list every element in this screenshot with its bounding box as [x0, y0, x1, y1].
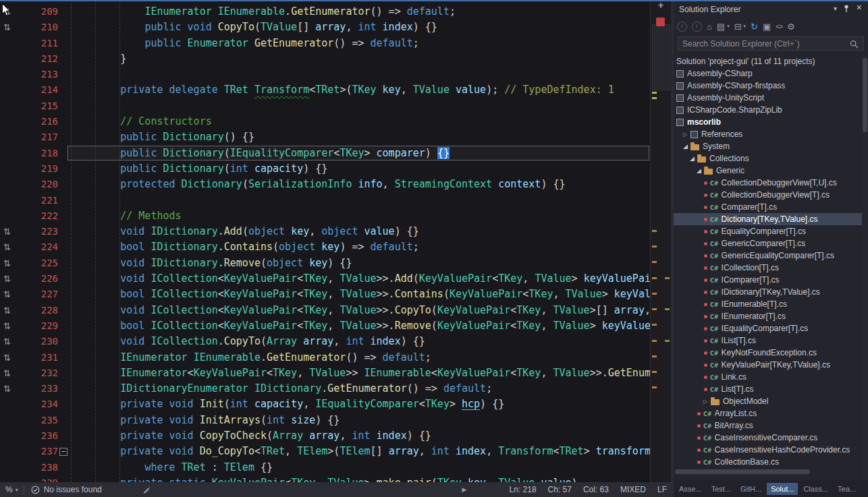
- tree-item[interactable]: CaseInsensitiveComparer.cs: [674, 432, 862, 444]
- search-input[interactable]: [678, 36, 864, 51]
- line-number[interactable]: 221: [12, 193, 58, 208]
- line-number[interactable]: 211: [12, 36, 58, 51]
- code-line[interactable]: 237− private void Do_CopyTo<TRet, TElem>…: [0, 444, 650, 459]
- line-number[interactable]: 235: [12, 413, 58, 428]
- code-line[interactable]: ⇅225 void IDictionary.Remove(object key)…: [0, 256, 650, 271]
- tree-item[interactable]: Assembly-UnityScript: [674, 92, 862, 104]
- tree-item[interactable]: GenericEqualityComparer[T].cs: [674, 250, 862, 262]
- line-number[interactable]: 236: [12, 428, 58, 444]
- tree-item[interactable]: mscorlib: [674, 116, 862, 128]
- tree-item[interactable]: Solution 'project-gui' (11 of 11 project…: [674, 55, 862, 67]
- code-line[interactable]: 239 private static KeyValuePair<TKey, TV…: [0, 475, 650, 482]
- code-line[interactable]: ⇅233 IDictionaryEnumerator IDictionary.G…: [0, 381, 650, 397]
- code-line[interactable]: 218 public Dictionary(IEqualityComparer<…: [0, 146, 650, 161]
- code-line[interactable]: 234 private void Init(int capacity, IEqu…: [0, 397, 650, 412]
- code-editor[interactable]: ⇅209 IEnumerator IEnumerable.GetEnumerat…: [0, 0, 650, 482]
- tree-item[interactable]: CollectionBase.cs: [674, 456, 862, 468]
- properties-icon[interactable]: ⚙: [787, 22, 795, 32]
- reference-arrows-icon[interactable]: ⇅: [3, 318, 11, 334]
- code-line[interactable]: 220 protected Dictionary(SerializationIn…: [0, 177, 650, 192]
- reference-arrows-icon[interactable]: ⇅: [3, 271, 11, 287]
- code-line[interactable]: 214 private delegate TRet Transform<TRet…: [0, 82, 650, 98]
- line-number[interactable]: 239: [12, 475, 58, 482]
- home-icon[interactable]: ⌂: [707, 22, 712, 32]
- code-line[interactable]: 212 }: [0, 51, 650, 67]
- code-line[interactable]: 221: [0, 193, 650, 208]
- line-number[interactable]: 218: [12, 146, 58, 161]
- tree-item[interactable]: Link.cs: [674, 371, 862, 383]
- tree-item[interactable]: Dictionary[TKey,TValue].cs: [674, 213, 862, 225]
- tree-item[interactable]: ArrayList.cs: [674, 407, 862, 419]
- reference-arrows-icon[interactable]: ⇅: [3, 224, 11, 239]
- nav-back-icon[interactable]: ‹: [677, 22, 687, 32]
- code-line[interactable]: 235 private void InitArrays(int size) {}: [0, 413, 650, 428]
- tree-item[interactable]: ▷References: [674, 128, 862, 140]
- window-position-icon[interactable]: ▾: [834, 5, 837, 12]
- line-number[interactable]: 214: [12, 82, 58, 98]
- tool-window-tab[interactable]: Asse...: [675, 483, 706, 495]
- scrollbar-thumb[interactable]: [863, 58, 867, 132]
- line-ending-indicator[interactable]: LF: [657, 485, 667, 494]
- switch-views-icon[interactable]: ▤: [717, 22, 725, 32]
- tree-item[interactable]: CollectionDebuggerView[T].cs: [674, 189, 862, 201]
- tree-item[interactable]: List[T].cs: [674, 383, 862, 395]
- reference-arrows-icon[interactable]: ⇅: [3, 256, 11, 271]
- reference-arrows-icon[interactable]: ⇅: [3, 287, 11, 302]
- tree-expanded-icon[interactable]: ◢: [697, 167, 704, 174]
- tree-item[interactable]: IDictionary[TKey,TValue].cs: [674, 286, 862, 298]
- chevron-down-icon[interactable]: ▾: [16, 487, 18, 493]
- code-line[interactable]: 216 // Constructors: [0, 114, 650, 129]
- line-number[interactable]: 237: [12, 444, 58, 459]
- line-number[interactable]: 215: [12, 98, 58, 114]
- code-line[interactable]: ⇅224 bool IDictionary.Contains(object ke…: [0, 239, 650, 255]
- line-number[interactable]: 216: [12, 114, 58, 129]
- reference-arrows-icon[interactable]: ⇅: [3, 381, 11, 397]
- tree-item[interactable]: Assembly-CSharp-firstpass: [674, 80, 862, 92]
- tree-item[interactable]: KeyNotFoundException.cs: [674, 347, 862, 359]
- tree-expanded-icon[interactable]: ◢: [690, 155, 697, 162]
- tree-item[interactable]: ◢Generic: [674, 165, 862, 177]
- tree-horizontal-scrollbar[interactable]: [674, 469, 862, 475]
- close-icon[interactable]: ×: [857, 2, 862, 13]
- line-number[interactable]: 213: [12, 67, 58, 82]
- tool-window-tab[interactable]: GitH...: [736, 483, 765, 495]
- line-number[interactable]: 228: [12, 303, 58, 318]
- tree-vertical-scrollbar[interactable]: [862, 54, 868, 480]
- output-expand-icon[interactable]: ▶: [462, 486, 467, 493]
- nav-forward-icon[interactable]: ›: [692, 22, 702, 32]
- line-indicator[interactable]: Ln: 218: [510, 485, 537, 494]
- code-line[interactable]: 213: [0, 67, 650, 82]
- scrollbar-thumb[interactable]: [675, 469, 810, 474]
- line-number[interactable]: 233: [12, 381, 58, 397]
- editor-scrollbar[interactable]: +: [650, 0, 671, 482]
- scrollbar-thumb[interactable]: [652, 24, 670, 90]
- column-indicator[interactable]: Col: 63: [583, 485, 609, 494]
- edit-tracking-icon[interactable]: [142, 486, 151, 494]
- line-number[interactable]: 224: [12, 239, 58, 255]
- tree-item[interactable]: ICollection[T].cs: [674, 262, 862, 274]
- line-number[interactable]: 229: [12, 318, 58, 334]
- tree-item[interactable]: IEqualityComparer[T].cs: [674, 322, 862, 334]
- reference-arrows-icon[interactable]: ⇅: [3, 303, 11, 318]
- encoding-indicator[interactable]: MIXED: [620, 485, 646, 494]
- tree-item[interactable]: Assembly-CSharp: [674, 67, 862, 80]
- line-number[interactable]: 217: [12, 129, 58, 145]
- filter-icon[interactable]: ⊟: [734, 22, 742, 32]
- line-number[interactable]: 226: [12, 271, 58, 287]
- line-number[interactable]: 238: [12, 460, 58, 475]
- tree-collapsed-icon[interactable]: ▷: [683, 131, 690, 138]
- line-number[interactable]: 220: [12, 177, 58, 192]
- tool-window-tab[interactable]: Test...: [707, 483, 735, 495]
- tool-window-tab[interactable]: Solut...: [767, 483, 798, 495]
- tree-item[interactable]: ▷ObjectModel: [674, 395, 862, 407]
- tree-item[interactable]: KeyValuePair[TKey,TValue].cs: [674, 359, 862, 371]
- tool-window-tab[interactable]: Class...: [799, 483, 832, 495]
- code-line[interactable]: ⇅231 IEnumerator IEnumerable.GetEnumerat…: [0, 350, 650, 366]
- code-line[interactable]: 219 public Dictionary(int capacity) {}: [0, 161, 650, 177]
- line-number[interactable]: 227: [12, 287, 58, 302]
- code-line[interactable]: ⇅230 void ICollection.CopyTo(Array array…: [0, 334, 650, 349]
- line-number[interactable]: 230: [12, 334, 58, 349]
- pin-icon[interactable]: [842, 4, 850, 14]
- line-number[interactable]: 232: [12, 366, 58, 381]
- code-line[interactable]: ⇅229 bool ICollection<KeyValuePair<TKey,…: [0, 318, 650, 334]
